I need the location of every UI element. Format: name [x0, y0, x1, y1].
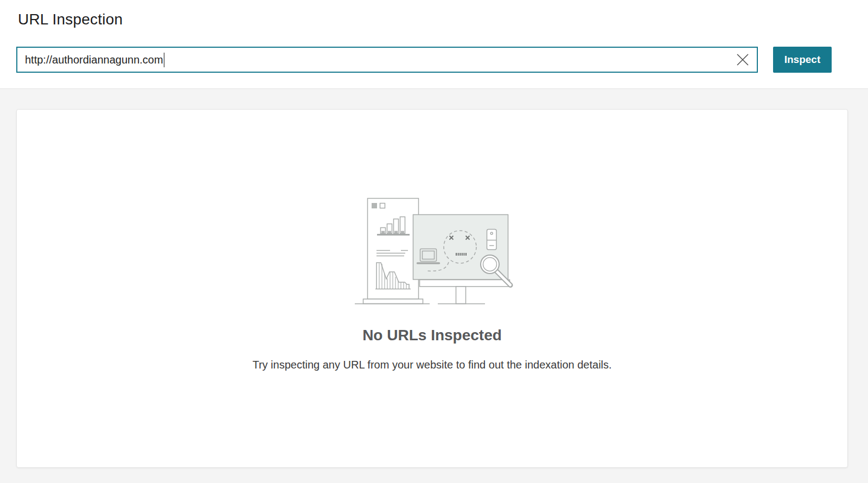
- inspect-bar: http://authordiannagunn.com Inspect: [16, 47, 832, 73]
- content-area: No URLs Inspected Try inspecting any URL…: [0, 89, 868, 483]
- close-icon: [736, 53, 750, 67]
- results-card: No URLs Inspected Try inspecting any URL…: [16, 109, 848, 468]
- clear-input-button[interactable]: [734, 51, 751, 68]
- empty-state-illustration: [351, 192, 514, 307]
- url-input-value: http://authordiannagunn.com: [25, 54, 163, 66]
- header: URL Inspection http://authordiannagunn.c…: [0, 0, 868, 89]
- text-caret: [164, 53, 165, 67]
- empty-state-description: Try inspecting any URL from your website…: [252, 359, 611, 371]
- phone-icon: [487, 230, 496, 250]
- url-input[interactable]: http://authordiannagunn.com: [16, 47, 758, 73]
- page-title: URL Inspection: [18, 11, 123, 28]
- empty-state-heading: No URLs Inspected: [362, 327, 502, 344]
- inspect-button[interactable]: Inspect: [773, 47, 832, 73]
